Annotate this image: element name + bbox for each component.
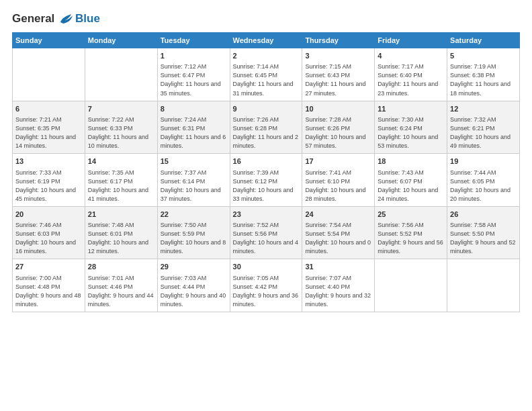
day-number: 29 bbox=[161, 262, 227, 272]
day-cell bbox=[85, 48, 157, 101]
day-info: Sunrise: 7:22 AM Sunset: 6:33 PM Dayligh… bbox=[88, 116, 154, 150]
day-cell: 18Sunrise: 7:43 AM Sunset: 6:07 PM Dayli… bbox=[375, 154, 447, 207]
day-number: 13 bbox=[15, 156, 82, 167]
day-info: Sunrise: 7:37 AM Sunset: 6:14 PM Dayligh… bbox=[161, 169, 227, 203]
day-number: 27 bbox=[15, 262, 82, 272]
day-info: Sunrise: 7:50 AM Sunset: 5:59 PM Dayligh… bbox=[161, 221, 227, 256]
day-cell: 16Sunrise: 7:39 AM Sunset: 6:12 PM Dayli… bbox=[230, 154, 302, 207]
day-number: 1 bbox=[161, 51, 227, 61]
day-cell: 14Sunrise: 7:35 AM Sunset: 6:17 PM Dayli… bbox=[85, 154, 157, 207]
day-number: 11 bbox=[378, 104, 444, 114]
day-info: Sunrise: 7:26 AM Sunset: 6:28 PM Dayligh… bbox=[233, 116, 300, 150]
day-cell: 10Sunrise: 7:28 AM Sunset: 6:26 PM Dayli… bbox=[302, 101, 375, 154]
week-row-3: 13Sunrise: 7:33 AM Sunset: 6:19 PM Dayli… bbox=[13, 154, 520, 207]
day-info: Sunrise: 7:39 AM Sunset: 6:12 PM Dayligh… bbox=[233, 169, 300, 203]
day-number: 23 bbox=[233, 210, 300, 220]
day-number: 21 bbox=[88, 210, 154, 220]
day-info: Sunrise: 7:33 AM Sunset: 6:19 PM Dayligh… bbox=[15, 169, 82, 203]
day-cell: 21Sunrise: 7:48 AM Sunset: 6:01 PM Dayli… bbox=[85, 206, 157, 259]
day-info: Sunrise: 7:56 AM Sunset: 5:52 PM Dayligh… bbox=[378, 221, 444, 256]
day-cell: 9Sunrise: 7:26 AM Sunset: 6:28 PM Daylig… bbox=[230, 101, 302, 154]
column-header-thursday: Thursday bbox=[302, 33, 375, 48]
day-number: 28 bbox=[88, 262, 154, 272]
day-number: 9 bbox=[233, 104, 300, 114]
day-cell: 27Sunrise: 7:00 AM Sunset: 4:48 PM Dayli… bbox=[13, 259, 85, 312]
day-number: 24 bbox=[305, 210, 371, 220]
day-number: 19 bbox=[450, 156, 517, 167]
day-info: Sunrise: 7:43 AM Sunset: 6:07 PM Dayligh… bbox=[378, 169, 444, 203]
day-number: 31 bbox=[305, 262, 371, 272]
day-info: Sunrise: 7:14 AM Sunset: 6:45 PM Dayligh… bbox=[233, 62, 300, 97]
day-number: 10 bbox=[305, 104, 371, 114]
day-number: 18 bbox=[378, 156, 444, 167]
day-number: 6 bbox=[15, 104, 82, 114]
column-header-sunday: Sunday bbox=[13, 33, 85, 48]
day-info: Sunrise: 7:03 AM Sunset: 4:44 PM Dayligh… bbox=[161, 274, 227, 309]
column-header-wednesday: Wednesday bbox=[230, 33, 302, 48]
day-number: 3 bbox=[305, 51, 371, 61]
day-cell: 7Sunrise: 7:22 AM Sunset: 6:33 PM Daylig… bbox=[85, 101, 157, 154]
day-cell: 6Sunrise: 7:21 AM Sunset: 6:35 PM Daylig… bbox=[13, 101, 85, 154]
day-cell: 20Sunrise: 7:46 AM Sunset: 6:03 PM Dayli… bbox=[13, 206, 85, 259]
day-cell: 22Sunrise: 7:50 AM Sunset: 5:59 PM Dayli… bbox=[157, 206, 230, 259]
day-info: Sunrise: 7:35 AM Sunset: 6:17 PM Dayligh… bbox=[88, 169, 154, 203]
column-header-saturday: Saturday bbox=[447, 33, 520, 48]
day-cell: 1Sunrise: 7:12 AM Sunset: 6:47 PM Daylig… bbox=[157, 48, 230, 101]
day-info: Sunrise: 7:44 AM Sunset: 6:05 PM Dayligh… bbox=[450, 169, 517, 203]
day-info: Sunrise: 7:28 AM Sunset: 6:26 PM Dayligh… bbox=[305, 116, 371, 150]
column-header-tuesday: Tuesday bbox=[157, 33, 230, 48]
day-cell: 17Sunrise: 7:41 AM Sunset: 6:10 PM Dayli… bbox=[302, 154, 375, 207]
day-number: 22 bbox=[161, 210, 227, 220]
day-number: 26 bbox=[450, 210, 517, 220]
day-cell bbox=[375, 259, 447, 312]
day-info: Sunrise: 7:01 AM Sunset: 4:46 PM Dayligh… bbox=[88, 274, 154, 309]
day-number: 30 bbox=[233, 262, 300, 272]
day-info: Sunrise: 7:05 AM Sunset: 4:42 PM Dayligh… bbox=[233, 274, 300, 309]
day-cell: 28Sunrise: 7:01 AM Sunset: 4:46 PM Dayli… bbox=[85, 259, 157, 312]
day-cell: 8Sunrise: 7:24 AM Sunset: 6:31 PM Daylig… bbox=[157, 101, 230, 154]
day-info: Sunrise: 7:19 AM Sunset: 6:38 PM Dayligh… bbox=[450, 62, 517, 97]
day-cell: 2Sunrise: 7:14 AM Sunset: 6:45 PM Daylig… bbox=[230, 48, 302, 101]
day-cell: 31Sunrise: 7:07 AM Sunset: 4:40 PM Dayli… bbox=[302, 259, 375, 312]
logo: General Blue bbox=[12, 12, 100, 26]
day-cell: 29Sunrise: 7:03 AM Sunset: 4:44 PM Dayli… bbox=[157, 259, 230, 312]
day-info: Sunrise: 7:12 AM Sunset: 6:47 PM Dayligh… bbox=[161, 62, 227, 97]
day-cell bbox=[13, 48, 85, 101]
day-info: Sunrise: 7:48 AM Sunset: 6:01 PM Dayligh… bbox=[88, 221, 154, 256]
day-number: 2 bbox=[233, 51, 300, 61]
day-info: Sunrise: 7:46 AM Sunset: 6:03 PM Dayligh… bbox=[15, 221, 82, 256]
day-number: 5 bbox=[450, 51, 517, 61]
day-info: Sunrise: 7:15 AM Sunset: 6:43 PM Dayligh… bbox=[305, 62, 371, 97]
day-cell: 3Sunrise: 7:15 AM Sunset: 6:43 PM Daylig… bbox=[302, 48, 375, 101]
day-cell: 11Sunrise: 7:30 AM Sunset: 6:24 PM Dayli… bbox=[375, 101, 447, 154]
day-number: 16 bbox=[233, 156, 300, 167]
day-cell: 13Sunrise: 7:33 AM Sunset: 6:19 PM Dayli… bbox=[13, 154, 85, 207]
day-number: 12 bbox=[450, 104, 517, 114]
week-row-2: 6Sunrise: 7:21 AM Sunset: 6:35 PM Daylig… bbox=[13, 101, 520, 154]
column-header-friday: Friday bbox=[375, 33, 447, 48]
day-cell: 24Sunrise: 7:54 AM Sunset: 5:54 PM Dayli… bbox=[302, 206, 375, 259]
day-number: 17 bbox=[305, 156, 371, 167]
day-info: Sunrise: 7:07 AM Sunset: 4:40 PM Dayligh… bbox=[305, 274, 371, 309]
day-info: Sunrise: 7:54 AM Sunset: 5:54 PM Dayligh… bbox=[305, 221, 371, 256]
day-info: Sunrise: 7:30 AM Sunset: 6:24 PM Dayligh… bbox=[378, 116, 444, 150]
day-number: 25 bbox=[378, 210, 444, 220]
day-info: Sunrise: 7:00 AM Sunset: 4:48 PM Dayligh… bbox=[15, 274, 82, 309]
day-info: Sunrise: 7:58 AM Sunset: 5:50 PM Dayligh… bbox=[450, 221, 517, 256]
day-number: 20 bbox=[15, 210, 82, 220]
day-info: Sunrise: 7:52 AM Sunset: 5:56 PM Dayligh… bbox=[233, 221, 300, 256]
day-number: 7 bbox=[88, 104, 154, 114]
day-cell: 26Sunrise: 7:58 AM Sunset: 5:50 PM Dayli… bbox=[447, 206, 520, 259]
logo-bird-icon bbox=[59, 13, 74, 25]
day-cell: 23Sunrise: 7:52 AM Sunset: 5:56 PM Dayli… bbox=[230, 206, 302, 259]
day-cell: 4Sunrise: 7:17 AM Sunset: 6:40 PM Daylig… bbox=[375, 48, 447, 101]
day-cell: 25Sunrise: 7:56 AM Sunset: 5:52 PM Dayli… bbox=[375, 206, 447, 259]
logo-general: General bbox=[12, 12, 54, 25]
week-row-1: 1Sunrise: 7:12 AM Sunset: 6:47 PM Daylig… bbox=[13, 48, 520, 101]
day-cell: 12Sunrise: 7:32 AM Sunset: 6:21 PM Dayli… bbox=[447, 101, 520, 154]
week-row-5: 27Sunrise: 7:00 AM Sunset: 4:48 PM Dayli… bbox=[13, 259, 520, 312]
day-cell: 30Sunrise: 7:05 AM Sunset: 4:42 PM Dayli… bbox=[230, 259, 302, 312]
day-cell bbox=[447, 259, 520, 312]
week-row-4: 20Sunrise: 7:46 AM Sunset: 6:03 PM Dayli… bbox=[13, 206, 520, 259]
calendar-table: SundayMondayTuesdayWednesdayThursdayFrid… bbox=[12, 32, 520, 312]
